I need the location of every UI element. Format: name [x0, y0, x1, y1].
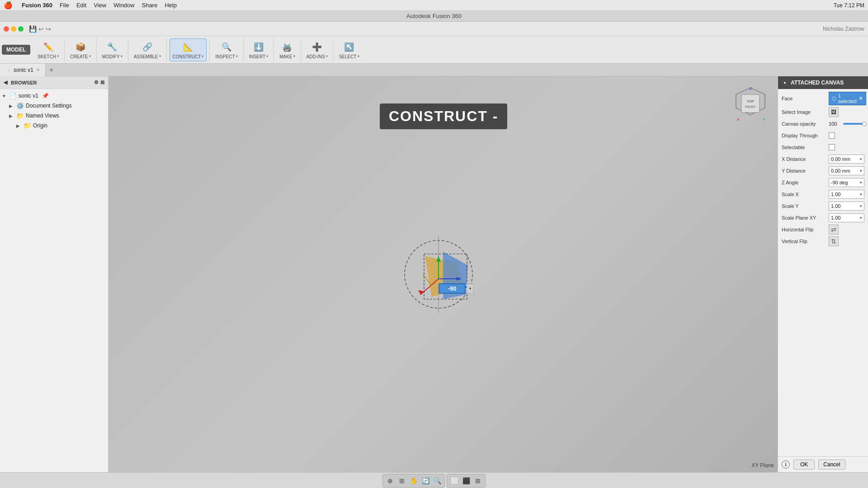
select-image-btn[interactable]: 🖼 [829, 107, 839, 117]
panel-row-scale-plane-xy: Scale Plane XY 1.00 ▾ [778, 212, 868, 224]
y-distance-dropdown[interactable]: ▾ [860, 169, 862, 173]
scale-y-dropdown[interactable]: ▾ [860, 204, 862, 208]
toolbar-main: MODEL ✏️ SKETCH ▾ 📦 CREATE ▾ [0, 36, 868, 63]
toolbar-group-assemble[interactable]: 🔗 ASSEMBLE ▾ [131, 39, 164, 61]
toolbar-group-make[interactable]: 🖨️ MAKE ▾ [277, 39, 297, 61]
panel-header-icon[interactable]: ● [782, 80, 788, 86]
scale-x-value-box[interactable]: 1.00 ▾ [829, 190, 864, 199]
tab-sonic-v1[interactable]: ◽ sonic v1 ✕ [0, 64, 46, 76]
x-distance-value: 0.00 mm [831, 156, 850, 162]
pan-btn[interactable]: ✋ [408, 475, 419, 486]
menu-help[interactable]: Help [165, 2, 177, 9]
toolbar-group-addins[interactable]: ➕ ADD-INS ▾ [304, 39, 330, 61]
inspect-dropdown-arrow: ▾ [236, 54, 238, 58]
minimize-window-btn[interactable] [11, 26, 16, 32]
opacity-slider-thumb[interactable] [862, 122, 867, 126]
perspective-btn[interactable]: ⬜ [449, 475, 460, 486]
app-name: Fusion 360 [22, 2, 52, 9]
snap-btn[interactable]: ⊕ [385, 475, 396, 486]
mode-selector[interactable]: MODEL [2, 45, 30, 55]
toolbar-group-insert[interactable]: ⬇️ INSERT ▾ [246, 39, 271, 61]
svg-text:X: X [737, 117, 740, 122]
sidebar-expand-icon[interactable]: ⊞ [100, 80, 104, 85]
viewport[interactable]: CONSTRUCT - [108, 76, 778, 472]
toolbar-group-inspect[interactable]: 🔍 INSPECT ▾ [212, 39, 240, 61]
cancel-button[interactable]: Cancel [818, 460, 845, 469]
toolbar-divider-8 [301, 38, 301, 61]
sidebar-settings-icon[interactable]: ⚙ [94, 80, 99, 85]
face-select-icon: ⬡ [832, 96, 836, 102]
create-label: CREATE [70, 54, 88, 59]
panel-info-btn[interactable]: ℹ [782, 460, 790, 469]
x-distance-value-box[interactable]: 0.00 mm ▾ [829, 155, 864, 164]
z-angle-dropdown[interactable]: ▾ [860, 180, 862, 185]
panel-row-scale-x: Scale X 1.00 ▾ [778, 188, 868, 200]
modify-label: MODIFY [102, 54, 120, 59]
save-icon[interactable]: 💾 [29, 25, 37, 33]
opacity-slider[interactable] [843, 123, 864, 125]
angle-dropdown-btn[interactable]: ▾ [467, 284, 474, 294]
sidebar-header: ◀ BROWSER ⚙ ⊞ [0, 76, 108, 89]
z-angle-value-box[interactable]: -90 deg ▾ [829, 178, 864, 187]
tree-icon-origin: 📁 [24, 122, 31, 129]
face-clear-btn[interactable]: ✕ [859, 95, 863, 102]
toolbar-divider-9 [333, 38, 334, 61]
display-through-checkbox[interactable] [829, 132, 835, 139]
construct-dropdown-arrow: ▾ [202, 54, 203, 58]
tab-add-btn[interactable]: + [46, 64, 57, 76]
scale-plane-xy-value-box[interactable]: 1.00 ▾ [829, 213, 864, 222]
make-icon: 🖨️ [281, 41, 293, 53]
inspect-icon: 🔍 [220, 41, 233, 53]
select-image-label: Select Image [782, 109, 827, 115]
tab-close-btn[interactable]: ✕ [36, 67, 40, 72]
toolbar-group-create[interactable]: 📦 CREATE ▾ [67, 39, 94, 61]
sidebar-collapse-btn[interactable]: ◀ [4, 80, 7, 85]
toolbar-group-sketch[interactable]: ✏️ SKETCH ▾ [35, 39, 61, 61]
apple-icon[interactable]: 🍎 [4, 1, 13, 9]
scale-plane-xy-dropdown[interactable]: ▾ [860, 216, 862, 220]
tree-item-named-views[interactable]: ▶ 📁 Named Views [0, 111, 108, 121]
vertical-flip-btn[interactable]: ⇅ [829, 236, 839, 246]
menu-edit[interactable]: Edit [76, 2, 86, 9]
horizontal-flip-btn[interactable]: ⇄ [829, 225, 839, 235]
angle-input-popup[interactable]: ▾ [439, 283, 474, 294]
y-distance-value-box[interactable]: 0.00 mm ▾ [829, 166, 864, 175]
toolbar-group-select[interactable]: ↖️ SELECT ▾ [336, 39, 362, 61]
toolbar-group-modify[interactable]: 🔧 MODIFY ▾ [99, 39, 125, 61]
tree-item-document-settings[interactable]: ▶ ⚙️ Document Settings [0, 101, 108, 111]
scale-plane-xy-label: Scale Plane XY [782, 215, 827, 221]
redo-icon[interactable]: ↪ [46, 25, 51, 33]
right-panel-header: ● ATTACHED CANVAS [778, 76, 868, 89]
angle-input-field[interactable] [439, 283, 466, 294]
canvas-area[interactable]: CONSTRUCT - [108, 76, 778, 472]
tree-item-origin[interactable]: ▶ 📁 Origin [0, 121, 108, 131]
model-container [393, 229, 484, 319]
orbit-btn[interactable]: 🔄 [420, 475, 431, 486]
title-bar: Autodesk Fusion 360 [0, 11, 868, 22]
opacity-slider-row: 100 [829, 121, 864, 127]
selectable-checkbox[interactable] [829, 144, 835, 150]
menu-share[interactable]: Share [142, 2, 157, 9]
toolbar-group-construct[interactable]: 📐 CONSTRUCT ▾ [170, 38, 207, 61]
menu-view[interactable]: View [94, 2, 106, 9]
display-btn[interactable]: ⬛ [461, 475, 472, 486]
ok-button[interactable]: OK [793, 460, 815, 469]
grid-btn[interactable]: ⊞ [396, 475, 407, 486]
view-layout-btn[interactable]: ⊞ [472, 475, 483, 486]
tree-item-sonic-v1[interactable]: ▼ 📄 sonic v1 📌 [0, 91, 108, 101]
close-window-btn[interactable] [4, 26, 9, 32]
panel-row-vertical-flip: Vertical Flip ⇅ [778, 235, 868, 247]
face-select-box[interactable]: ⬡ 1 selected ✕ [829, 92, 866, 105]
scale-x-dropdown[interactable]: ▾ [860, 192, 862, 197]
construct-label: CONSTRUCT [173, 54, 201, 59]
menu-window[interactable]: Window [113, 2, 134, 9]
x-distance-dropdown[interactable]: ▾ [860, 157, 862, 161]
plane-label-text: XY Plane [751, 462, 774, 469]
maximize-window-btn[interactable] [18, 26, 24, 32]
menu-file[interactable]: File [60, 2, 69, 9]
sketch-icon: ✏️ [42, 41, 55, 53]
undo-icon[interactable]: ↩ [38, 25, 44, 33]
scale-y-value-box[interactable]: 1.00 ▾ [829, 202, 864, 211]
zoom-btn[interactable]: 🔍 [432, 475, 443, 486]
view-cube[interactable]: TOP FRONT X Y Z [732, 85, 769, 122]
